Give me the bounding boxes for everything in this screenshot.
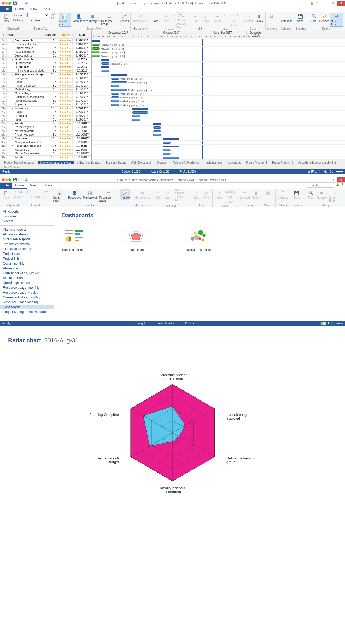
- gantt-bar[interactable]: [153, 130, 161, 132]
- sidebar-item[interactable]: All Reports: [0, 209, 54, 214]
- task-row[interactable]: 16▸Methodology10 d★★★★★9/14/2017: [0, 88, 91, 92]
- timeline-row[interactable]: [92, 152, 345, 156]
- sheet-tab[interactable]: Release To Production: [171, 161, 202, 164]
- tab-home[interactable]: Home: [12, 6, 27, 12]
- task-row[interactable]: 17▸Main findings5 d★★★★★9/14/2017: [0, 92, 91, 95]
- timeline-row[interactable]: Marketing group [ 1 %]: [92, 103, 345, 107]
- timeline-row[interactable]: Resource2 [ 1 ]: [92, 62, 345, 65]
- timeline-row[interactable]: Marketing group [ 1 %]: [92, 92, 345, 96]
- sidebar-item[interactable]: Project finish: [0, 256, 54, 261]
- task-row[interactable]: 6▸Industrial profile5 d★★★★★8/31/2017: [0, 50, 91, 54]
- gantt-bar[interactable]: [153, 126, 161, 129]
- task-row[interactable]: 28▸Project Manager5 d★★★★★10/11/2017: [0, 133, 91, 137]
- task-row[interactable]: 15▸Project objectives5 d★★★★★9/14/2017: [0, 84, 91, 88]
- gantt-bar[interactable]: [163, 138, 179, 140]
- timeline-row[interactable]: [92, 141, 345, 145]
- markers-button[interactable]: ▦: [267, 13, 276, 20]
- task-row[interactable]: 8▸⊟Field research5 d★★★★★9/7/2017: [0, 58, 91, 61]
- outdent-button[interactable]: ⇤Outdent: [223, 13, 239, 17]
- timeline-row[interactable]: Marketing group [ 1 %]: [92, 80, 345, 84]
- task-row[interactable]: 33▸Market Segmentation5 d★★★★★10/18/2017: [0, 152, 91, 156]
- task-row[interactable]: 23▸Information5 d★★★★★9/27/2017: [0, 114, 91, 118]
- timeline-row[interactable]: [92, 111, 345, 114]
- task-row[interactable]: 22▸Budjet10 d★★★★★9/27/2017: [0, 110, 91, 114]
- win-min-icon[interactable]: —: [321, 1, 329, 6]
- mac-max-2[interactable]: [8, 178, 11, 181]
- sidebar-item[interactable]: Dashboards: [0, 305, 54, 309]
- task-row[interactable]: 27▸Marketing group5 d★★★★★10/11/2017: [0, 129, 91, 133]
- task-row[interactable]: 29▸⊟Outcomes10 d★★★★★10/18/2017: [0, 137, 91, 140]
- timeline-row[interactable]: [92, 133, 345, 137]
- task-row[interactable]: 32▸Market Size5 d★★★★★10/18/2017: [0, 148, 91, 152]
- gantt-bar[interactable]: Researsh team [ 1 %]: [92, 44, 100, 46]
- search-input[interactable]: [307, 183, 334, 188]
- task-row[interactable]: 19▸Recommendations5 d★★★★★9/14/2017: [0, 99, 91, 103]
- timeline-row[interactable]: Researsh team [ 1 %]: [92, 43, 345, 47]
- timeline-row[interactable]: [92, 58, 345, 62]
- reports-button[interactable]: 📈Reports: [120, 13, 129, 23]
- task-row[interactable]: 9▸Questionnaire5 d★★★★★9/7/2017: [0, 61, 91, 65]
- gantt-bar[interactable]: [101, 66, 109, 68]
- sidebar-item[interactable]: MINDMAP Reports: [0, 237, 54, 242]
- add-button[interactable]: ＋Add: [152, 13, 160, 23]
- task-row[interactable]: 21▸⊟Resources10 d★★★★★9/27/2017: [0, 107, 91, 110]
- font-family-select[interactable]: [27, 13, 49, 17]
- find-button[interactable]: 🔍Find: [310, 13, 318, 23]
- dashboard-item[interactable]: Project dashboard: [62, 227, 86, 251]
- tab-share-2[interactable]: Share: [40, 183, 55, 189]
- usage-2[interactable]: ≣Resource usage: [99, 189, 118, 203]
- sidebar-item[interactable]: Executives, weekly: [0, 242, 54, 247]
- timeline-row[interactable]: [92, 160, 345, 160]
- save-baseline-button[interactable]: 💾Save: [296, 13, 304, 23]
- move-up-button[interactable]: ↑Up: [223, 18, 239, 23]
- gantt-bar[interactable]: Resource2 [ 1 ]: [101, 62, 109, 65]
- sheet-tab[interactable]: e-Business Strategy: [75, 161, 103, 164]
- gantt-bar[interactable]: Researsh group [ 1 %]: [92, 51, 100, 53]
- timeline-row[interactable]: Marketing group [ 1 %]: [92, 96, 345, 99]
- sidebar-item[interactable]: Resource usage, monthly: [0, 285, 54, 290]
- gantt-bar[interactable]: Marketing group [ 1 %]: [111, 93, 119, 95]
- mac-min[interactable]: [5, 2, 8, 5]
- sheet-tab[interactable]: Marketing research project: [38, 161, 74, 164]
- task-row[interactable]: 10▸⊟Interview5 d★★★★★9/7/2017: [0, 65, 91, 69]
- task-row[interactable]: 31▸⊟Research Objectives10 d★★★★★10/18/20…: [0, 144, 91, 148]
- gantt-bar[interactable]: [132, 119, 140, 121]
- task-row[interactable]: 4▸Economical factors5 d★★★★★8/31/2017: [0, 43, 91, 46]
- tab-file[interactable]: File: [0, 6, 12, 12]
- gantt-bar[interactable]: [92, 40, 100, 42]
- multiproject-button[interactable]: ▦Multiproject: [86, 13, 99, 23]
- gantt-bar[interactable]: Marketing group [ 1 %]: [111, 100, 119, 102]
- sidebar-item[interactable]: Current activities, monthly: [0, 295, 54, 300]
- sheet-tab[interactable]: Execution: [154, 161, 170, 164]
- replace-button[interactable]: ⇄Replace: [320, 13, 329, 23]
- gantt-bar[interactable]: [163, 142, 171, 144]
- sheet-tab[interactable]: Promo Program 1: [244, 161, 269, 164]
- gantt-bar[interactable]: [132, 115, 140, 117]
- unlink-button[interactable]: ⌀Unlink: [201, 13, 209, 23]
- qat-redo-2[interactable]: ↷: [22, 178, 24, 181]
- gantt-bar[interactable]: Marketing group [ 1 %]: [111, 96, 119, 98]
- tab-home-2[interactable]: Home: [12, 183, 27, 189]
- gantt-bar[interactable]: Marketing group [ 1 %]: [111, 81, 127, 83]
- help-icon[interactable]: ?: [316, 1, 318, 5]
- lock-icon-2[interactable]: 🔒: [336, 183, 340, 189]
- gantt-bar[interactable]: Marketing group [ 1 %]: [111, 89, 127, 91]
- timeline-row[interactable]: Researsh group [ 1 %]: [92, 50, 345, 54]
- link-button[interactable]: ⌁Link: [191, 13, 199, 23]
- mac-close[interactable]: [2, 2, 5, 5]
- task-row[interactable]: 13▸Background5 d★★★★★9/14/2017: [0, 76, 91, 80]
- gantt-chart-button[interactable]: 📊Gantt chart: [59, 13, 71, 27]
- qat-undo-icon[interactable]: ↶: [18, 1, 20, 5]
- selected-button[interactable]: ▭Selected: [242, 13, 254, 23]
- multi-2[interactable]: ▦Multiproject: [83, 189, 97, 200]
- resources-button[interactable]: 👤Resources: [73, 13, 85, 23]
- sheet-tab[interactable]: Advertizing: [226, 161, 243, 164]
- gantt-bar[interactable]: [132, 111, 148, 114]
- dashboard-item[interactable]: Radar chart: [124, 227, 148, 251]
- timeline-row[interactable]: [92, 148, 345, 152]
- sidebar-item[interactable]: Costs, monthly: [0, 261, 54, 266]
- add-subitem-button[interactable]: ＋Add subitem: [172, 13, 187, 17]
- sidebar-item[interactable]: All tasks statuses: [0, 232, 54, 237]
- win-max-2[interactable]: □: [329, 177, 337, 182]
- sidebar-item[interactable]: Recent: [0, 219, 54, 224]
